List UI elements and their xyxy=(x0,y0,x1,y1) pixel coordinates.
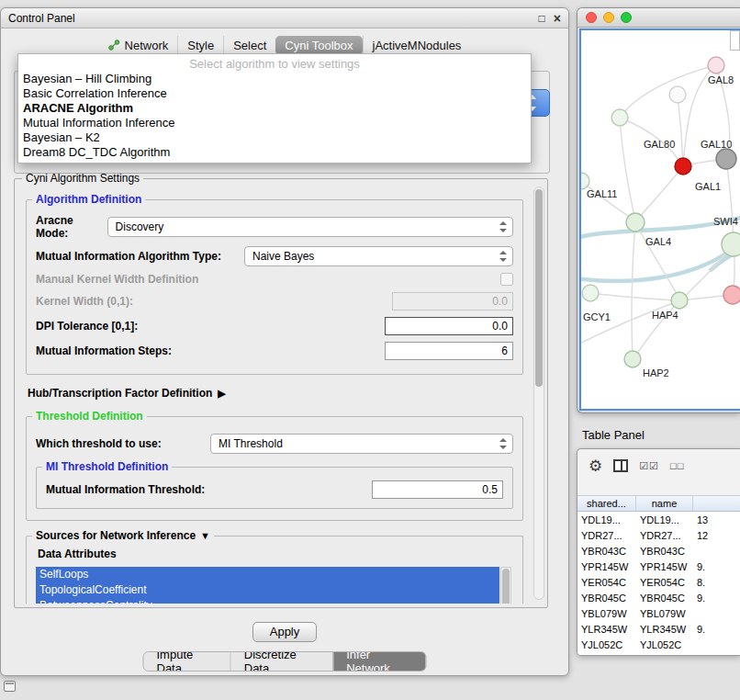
network-edge[interactable] xyxy=(678,95,683,164)
column-header[interactable]: name xyxy=(636,496,693,511)
table-row[interactable]: YDL19...YDL19...13 xyxy=(577,512,740,527)
table-row[interactable]: YER054CYER054C8. xyxy=(577,574,740,590)
which-threshold-combobox[interactable]: MI Threshold xyxy=(210,434,513,454)
columns-icon[interactable] xyxy=(613,459,628,472)
network-edge[interactable] xyxy=(635,222,679,299)
deselect-all-icon[interactable]: □□ xyxy=(670,460,684,471)
hub-definition-expander[interactable]: Hub/Transcription Factor Definition ▶ xyxy=(28,387,521,400)
manual-kernel-width-checkbox[interactable] xyxy=(500,273,513,286)
table-cell: YDR27... xyxy=(636,530,693,541)
algorithm-option-dream8-dc-tdc-algorithm[interactable]: Dream8 DC_TDC Algorithm xyxy=(18,145,531,160)
table-cell: YDR27... xyxy=(577,530,636,541)
bottom-tab-discretize-data[interactable]: Discretize Data xyxy=(230,652,332,671)
network-node[interactable] xyxy=(671,292,688,309)
network-edge[interactable] xyxy=(637,166,683,220)
scrollbar-thumb[interactable] xyxy=(502,569,510,604)
network-edge[interactable] xyxy=(581,181,634,220)
table-row[interactable]: YLR345WYLR345W9. xyxy=(577,621,740,637)
minimize-traffic-light-icon[interactable] xyxy=(603,12,614,23)
mi-algorithm-type-combobox[interactable]: Naive Bayes xyxy=(244,246,513,266)
network-node[interactable] xyxy=(582,285,599,301)
table-cell: YBR043C xyxy=(577,546,636,557)
aracne-mode-combobox[interactable]: Discovery xyxy=(107,217,513,237)
network-node[interactable] xyxy=(723,286,740,304)
network-canvas[interactable]: GAL8GAL80GAL10GAL11GAL1SWI4GAL4GCY1HAP4H… xyxy=(579,28,740,411)
apply-button[interactable]: Apply xyxy=(252,622,317,642)
network-node[interactable] xyxy=(626,213,645,231)
network-node[interactable] xyxy=(716,149,736,169)
network-node[interactable] xyxy=(722,232,740,256)
algorithm-option-bayesian-hill-climbing[interactable]: Bayesian – Hill Climbing xyxy=(18,72,531,86)
network-edge[interactable] xyxy=(726,159,734,243)
kernel-width-field[interactable]: 0.0 xyxy=(392,292,513,310)
attribute-item-topologicalcoefficient[interactable]: TopologicalCoefficient xyxy=(36,582,499,598)
column-header[interactable]: shared... xyxy=(577,496,636,511)
table-cell: 12 xyxy=(693,530,740,541)
table-cell: YDL19... xyxy=(636,514,693,525)
kernel-width-label: Kernel Width (0,1): xyxy=(36,295,133,308)
combo-arrows-icon xyxy=(499,435,507,453)
tab-style[interactable]: Style xyxy=(177,36,223,55)
gear-icon[interactable]: ⚙ xyxy=(589,457,602,476)
sources-title: Sources for Network Inference xyxy=(36,529,196,542)
table-cell: YBR043C xyxy=(636,546,693,557)
network-edge[interactable] xyxy=(620,118,635,220)
table-row[interactable]: YDR27...YDR27...12 xyxy=(577,527,740,543)
hub-definition-label: Hub/Transcription Factor Definition xyxy=(28,387,212,400)
mi-threshold-field[interactable]: 0.5 xyxy=(372,480,503,499)
zoom-traffic-light-icon[interactable] xyxy=(621,12,632,23)
select-all-icon[interactable]: ☑☑ xyxy=(639,460,659,472)
dropdown-placeholder: Select algorithm to view settings xyxy=(18,56,531,72)
network-node[interactable] xyxy=(669,86,686,103)
table-row[interactable]: YBL079WYBL079W xyxy=(577,605,740,621)
algorithm-dropdown: Select algorithm to view settingsBayesia… xyxy=(17,53,532,164)
collapsed-panel-icon[interactable] xyxy=(4,681,16,692)
tab-cyni-toolbox[interactable]: Cyni Toolbox xyxy=(275,36,362,55)
settings-scrollbar[interactable] xyxy=(533,186,544,600)
algorithm-option-aracne-algorithm[interactable]: ARACNE Algorithm xyxy=(18,101,531,116)
network-edge[interactable] xyxy=(581,251,730,281)
node-label: SWI4 xyxy=(713,216,738,227)
algorithm-option-mutual-information-inference[interactable]: Mutual Information Inference xyxy=(18,116,531,130)
node-label: GCY1 xyxy=(583,311,611,322)
algorithm-option-bayesian-k2[interactable]: Bayesian – K2 xyxy=(18,130,531,145)
table-panel-title: Table Panel xyxy=(582,428,645,442)
algorithm-option-basic-correlation-inference[interactable]: Basic Correlation Inference xyxy=(18,86,531,101)
attribute-item-selfloops[interactable]: SelfLoops xyxy=(36,567,499,582)
network-edge[interactable] xyxy=(632,222,635,357)
mi-steps-field[interactable]: 6 xyxy=(385,342,513,360)
mi-threshold-label: Mutual Information Threshold: xyxy=(46,483,205,496)
tab-label: Cyni Toolbox xyxy=(285,39,353,52)
settings-scroll-content: Algorithm Definition Aracne Mode: Discov… xyxy=(22,186,527,604)
network-node[interactable] xyxy=(611,109,628,126)
table-row[interactable]: YPR145WYPR145W9. xyxy=(577,559,740,574)
network-node[interactable] xyxy=(675,158,691,175)
dpi-tolerance-field[interactable]: 0.0 xyxy=(385,317,513,335)
table-row[interactable]: YJL052CYJL052C xyxy=(577,637,740,652)
algorithm-definition-title: Algorithm Definition xyxy=(32,193,145,206)
table-cell: YJL052C xyxy=(577,639,636,650)
scrollbar-thumb[interactable] xyxy=(535,189,543,387)
table-row[interactable]: YBR045CYBR045C9. xyxy=(577,590,740,605)
table-cell: YLR345W xyxy=(636,624,693,635)
close-window-icon[interactable]: × xyxy=(554,13,561,24)
table-row[interactable]: YBR043CYBR043C xyxy=(577,543,740,559)
node-label: GAL1 xyxy=(695,181,721,192)
table-cell: YER054C xyxy=(577,577,636,588)
table-cell: 9. xyxy=(693,624,740,635)
bottom-tab-infer-network[interactable]: Infer Network xyxy=(332,652,425,671)
network-scrollbar[interactable] xyxy=(730,30,740,51)
float-window-icon[interactable]: □ xyxy=(539,13,545,24)
network-node[interactable] xyxy=(708,57,724,73)
network-node[interactable] xyxy=(624,351,641,367)
tab-select[interactable]: Select xyxy=(223,36,275,55)
triangle-down-icon[interactable]: ▼ xyxy=(200,531,210,541)
attribute-item-betweennesscentrality[interactable]: BetweennessCentrality xyxy=(36,598,499,604)
column-header[interactable] xyxy=(693,496,740,511)
bottom-tab-impute-data[interactable]: Impute Data xyxy=(144,652,230,671)
attributes-scrollbar[interactable] xyxy=(500,567,511,604)
network-edge[interactable] xyxy=(620,65,716,118)
tab-network[interactable]: Network xyxy=(99,36,178,55)
close-traffic-light-icon[interactable] xyxy=(586,12,597,23)
tab-jactivemnodules[interactable]: jActiveMNodules xyxy=(363,36,471,55)
